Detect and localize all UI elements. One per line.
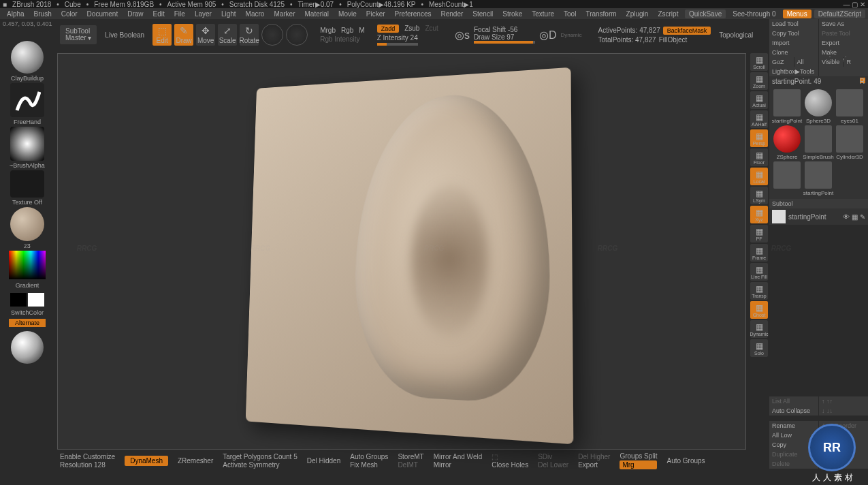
menu-picker[interactable]: Picker — [362, 10, 389, 18]
panel-goz-button[interactable]: GoZ — [769, 57, 794, 67]
menu-texture[interactable]: Texture — [528, 10, 558, 18]
tool-Cylinder3D[interactable]: Cylinder3D — [835, 125, 865, 160]
vp-transp-button[interactable]: ▦Transp — [750, 282, 768, 300]
tool-thumb[interactable] — [772, 161, 802, 196]
menu-transform[interactable]: Transform — [581, 10, 620, 18]
topological-button[interactable]: Topological — [719, 31, 753, 39]
menu-file[interactable]: File — [170, 10, 189, 18]
menu-movie[interactable]: Movie — [334, 10, 361, 18]
vp-line fill-button[interactable]: ▦Line Fill — [750, 263, 768, 281]
edit-button[interactable]: ⬚Edit — [152, 24, 172, 46]
vp-zoom-button[interactable]: ▦Zoom — [750, 72, 768, 90]
menu-render[interactable]: Render — [437, 10, 468, 18]
menu-edit[interactable]: Edit — [149, 10, 169, 18]
activatesym-button[interactable]: Activate Symmetry — [223, 461, 298, 469]
zcut-button[interactable]: Zcut — [425, 25, 438, 33]
export-button[interactable]: Export — [578, 461, 610, 469]
switchcolor-label[interactable]: SwitchColor — [11, 309, 44, 316]
panel-r-button[interactable]: R — [844, 57, 869, 67]
startingpoint-slider[interactable]: startingPoint. 49R — [769, 76, 868, 87]
menu-material[interactable]: Material — [301, 10, 334, 18]
vp-solo-button[interactable]: ▦Solo — [750, 339, 768, 357]
vp-scroll-button[interactable]: ▦Scroll — [750, 53, 768, 71]
closeholes-button[interactable]: Close Holes — [492, 461, 528, 469]
brush-selector[interactable]: ClayBuildup — [7, 41, 48, 82]
menu-color[interactable]: Color — [57, 10, 82, 18]
fixmesh-button[interactable]: Fix Mesh — [350, 461, 388, 469]
tool-startingPoint[interactable]: startingPoint — [772, 89, 802, 124]
subtool-header[interactable]: Subtool — [769, 199, 868, 208]
vp-dynamic-button[interactable]: ▦Dynamic — [750, 320, 768, 338]
alternate-button[interactable]: Alternate — [9, 319, 46, 327]
mrg-button[interactable]: Mrg — [620, 460, 657, 469]
subtool-master-button[interactable]: SubToolMaster ▾ — [60, 25, 97, 44]
panel-save-as-button[interactable]: Save As — [819, 19, 868, 29]
vp-ghost-button[interactable]: ▦Ghost — [750, 301, 768, 319]
panel-make-polymesh3d-button[interactable]: Make PolyMesh3D — [819, 48, 868, 57]
menus-button[interactable]: Menus — [783, 10, 811, 18]
seethrough-label[interactable]: See-through 0 — [728, 10, 779, 18]
autocollapse-button[interactable]: Auto Collapse — [769, 406, 818, 416]
tool-ZSphere[interactable]: ZSphere — [772, 125, 802, 160]
rgb-button[interactable]: Rgb — [341, 27, 353, 34]
panel-lightbox▶tools-button[interactable]: Lightbox▶Tools — [769, 67, 818, 76]
move-button[interactable]: ✥Move — [196, 24, 215, 46]
mirrorweld-button[interactable]: Mirror And Weld — [434, 453, 483, 460]
mrgb-button[interactable]: Mrgb — [320, 27, 336, 34]
focal-icon[interactable]: ◎s — [455, 29, 470, 42]
panel--button[interactable] — [819, 67, 868, 76]
rgbintensity-label[interactable]: Rgb Intensity — [320, 35, 365, 43]
zremesher-button[interactable]: ZRemesher — [178, 457, 213, 465]
dynamic-label[interactable]: Dynamic — [560, 32, 581, 38]
menu-draw[interactable]: Draw — [123, 10, 147, 18]
autogroups2-button[interactable]: Auto Groups — [666, 457, 705, 465]
drawsize-slider[interactable]: Draw Size 97 — [474, 33, 535, 41]
menu-brush[interactable]: Brush — [30, 10, 56, 18]
delhidden-button[interactable]: Del Hidden — [307, 457, 340, 465]
menu-stencil[interactable]: Stencil — [468, 10, 497, 18]
vp-frame-button[interactable]: ▦Frame — [750, 244, 768, 262]
tool-Sphere3D[interactable]: Sphere3D — [803, 89, 833, 124]
vp-actual-button[interactable]: ▦Actual — [750, 91, 768, 109]
panel-load-tool-button[interactable]: Load Tool — [769, 19, 818, 29]
menu-alpha[interactable]: Alpha — [3, 10, 29, 18]
draw-button[interactable]: ✎Draw — [174, 24, 193, 46]
quicksave-button[interactable]: QuickSave — [685, 10, 726, 18]
color-swatches[interactable] — [10, 293, 44, 307]
drawsize-icon[interactable]: ◎D — [539, 29, 557, 42]
zintensity-slider[interactable]: Z Intensity 24 — [377, 34, 438, 42]
enablecustom-button[interactable]: Enable Customize — [60, 453, 115, 460]
vp-local-button[interactable]: ▦Local — [750, 168, 768, 185]
vp-floor-button[interactable]: ▦Floor — [750, 148, 768, 166]
mirror-button[interactable]: Mirror — [434, 461, 483, 469]
tool-eyes01[interactable]: eyes01 — [835, 89, 865, 124]
duplicate-button[interactable]: Duplicate — [769, 450, 818, 459]
menu-stroke[interactable]: Stroke — [498, 10, 526, 18]
delhigher-button[interactable]: Del Higher — [578, 453, 610, 460]
scale-button[interactable]: ⤢Scale — [218, 24, 237, 46]
menu-preferences[interactable]: Preferences — [391, 10, 436, 18]
defaultscript-button[interactable]: DefaultZScript — [814, 10, 865, 18]
targetpoly-label[interactable]: Target Polygons Count 5 — [223, 453, 298, 460]
menu-zscript[interactable]: Zscript — [654, 10, 682, 18]
focalshift-slider[interactable]: Focal Shift -56 — [474, 26, 535, 33]
paste-button[interactable]: Paste — [819, 440, 868, 450]
listall-button[interactable]: List All — [769, 396, 818, 406]
menu-macro[interactable]: Macro — [242, 10, 269, 18]
backfacemask-button[interactable]: BackfaceMask — [663, 27, 711, 35]
subtool-item[interactable]: startingPoint 👁 ▦ ✎ — [769, 208, 868, 225]
resolution-label[interactable]: Resolution 128 — [60, 461, 115, 469]
alllow-button[interactable]: All Low — [769, 431, 818, 440]
allhigh-button[interactable]: All High — [819, 431, 868, 440]
texture-selector[interactable]: Texture Off — [7, 170, 48, 206]
panel-visible-button[interactable]: Visible — [819, 57, 843, 67]
menu-zplugin[interactable]: Zplugin — [622, 10, 653, 18]
menu-tool[interactable]: Tool — [560, 10, 580, 18]
vp-xyz-button[interactable]: ▦Xyz — [750, 206, 768, 223]
panel-import-button[interactable]: Import — [769, 38, 818, 48]
stroke-selector[interactable]: FreeHand — [7, 83, 48, 125]
viewport-canvas[interactable] — [57, 53, 746, 450]
panel-all-button[interactable]: All — [794, 57, 819, 67]
delmt-button[interactable]: DelMT — [398, 461, 423, 469]
dynamesh-button[interactable]: DynaMesh — [125, 456, 168, 466]
